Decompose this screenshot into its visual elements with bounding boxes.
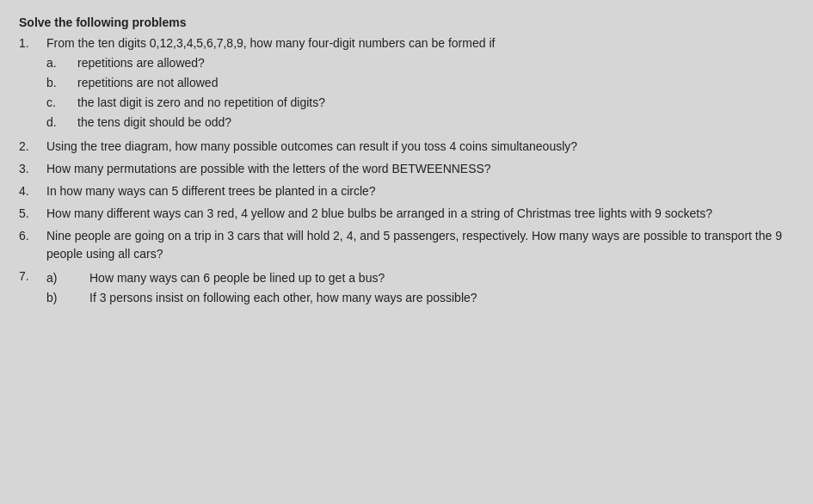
problem-item-2: 2.Using the tree diagram, how many possi…	[19, 138, 794, 156]
problem-text-6: Nine people are going on a trip in 3 car…	[46, 227, 794, 263]
problem-item-7: 7.a)How many ways can 6 people be lined …	[19, 267, 794, 309]
sub-7-letter-0: a)	[46, 269, 89, 287]
problem-text-4: In how many ways can 5 different trees b…	[46, 182, 794, 200]
problem-item-3: 3.How many permutations are possible wit…	[19, 160, 794, 178]
sub-letter-1-0: a.	[46, 54, 77, 72]
sub-7-text-0: How many ways can 6 people be lined up t…	[89, 269, 385, 287]
sub-7-item-0: a)How many ways can 6 people be lined up…	[46, 269, 794, 287]
problem-item-6: 6.Nine people are going on a trip in 3 c…	[19, 227, 794, 263]
sub-text-1-1: repetitions are not allowed	[77, 74, 218, 92]
sub-item-1-0: a.repetitions are allowed?	[46, 54, 794, 72]
problem-number-4: 4.	[19, 182, 46, 200]
sub-letter-1-2: c.	[46, 94, 77, 112]
problem-number-3: 3.	[19, 160, 46, 178]
sub-letter-1-1: b.	[46, 74, 77, 92]
problem-item-4: 4.In how many ways can 5 different trees…	[19, 182, 794, 200]
sub-7-item-1: b)If 3 persons insist on following each …	[46, 289, 794, 307]
sub-list-7: a)How many ways can 6 people be lined up…	[46, 269, 794, 307]
problem-item-5: 5.How many different ways can 3 red, 4 y…	[19, 205, 794, 223]
sub-letter-1-3: d.	[46, 114, 77, 132]
problem-number-1: 1.	[19, 34, 46, 133]
sub-7-text-1: If 3 persons insist on following each ot…	[89, 289, 477, 307]
problem-number-6: 6.	[19, 227, 46, 263]
problem-number-2: 2.	[19, 138, 46, 156]
problem-number-5: 5.	[19, 205, 46, 223]
problem-number-7: 7.	[19, 267, 46, 309]
problem-text-7: a)How many ways can 6 people be lined up…	[46, 267, 794, 309]
sub-list-1: a.repetitions are allowed?b.repetitions …	[46, 54, 794, 132]
problem-text-3: How many permutations are possible with …	[46, 160, 794, 178]
main-content: Solve the following problems 1.From the …	[19, 15, 794, 313]
sub-item-1-2: c.the last digit is zero and no repetiti…	[46, 94, 794, 112]
sub-item-1-3: d.the tens digit should be odd?	[46, 114, 794, 132]
problem-item-1: 1.From the ten digits 0,12,3,4,5,6,7,8,9…	[19, 34, 794, 133]
sub-item-1-1: b.repetitions are not allowed	[46, 74, 794, 92]
sub-text-1-0: repetitions are allowed?	[77, 54, 205, 72]
problem-text-2: Using the tree diagram, how many possibl…	[46, 138, 794, 156]
sub-text-1-3: the tens digit should be odd?	[77, 114, 231, 132]
problem-list: 1.From the ten digits 0,12,3,4,5,6,7,8,9…	[19, 34, 794, 309]
sub-text-1-2: the last digit is zero and no repetition…	[77, 94, 325, 112]
sub-7-letter-1: b)	[46, 289, 89, 307]
page-header: Solve the following problems	[19, 15, 794, 29]
problem-text-1: From the ten digits 0,12,3,4,5,6,7,8,9, …	[46, 34, 794, 133]
problem-text-5: How many different ways can 3 red, 4 yel…	[46, 205, 794, 223]
